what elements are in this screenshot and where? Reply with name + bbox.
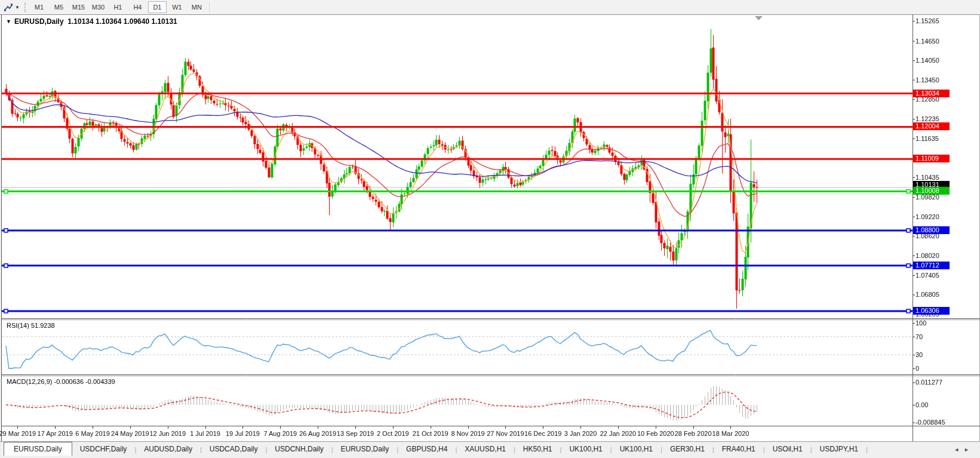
date-tick-label: 24 May 2019 <box>111 430 149 437</box>
chart-tab-eurusd-daily[interactable]: EURUSD,Daily <box>4 442 72 457</box>
chart-ohlc-values: 1.10134 1.10364 1.09640 1.10131 <box>67 17 177 26</box>
price-line-label: 1.07712 <box>913 262 950 269</box>
price-line-label: 1.13034 <box>913 90 950 97</box>
chart-tab-fra40-h1[interactable]: FRA40,H1 <box>714 442 763 456</box>
price-line-label: 1.06306 <box>913 307 950 315</box>
rsi-tick-label: 70 <box>916 333 923 340</box>
chart-tab-ger30-h1[interactable]: GER30,H1 <box>662 442 712 456</box>
chart-canvas[interactable] <box>0 0 980 458</box>
chart-tab-audusd-daily[interactable]: AUDUSD,Daily <box>136 442 200 456</box>
tab-scroll-right-icon[interactable]: ► <box>964 447 974 453</box>
tab-separator: | <box>866 446 868 456</box>
price-tick-label: 1.08020 <box>916 252 939 259</box>
chart-symbol-period: EURUSD,Daily <box>14 17 64 26</box>
chart-title: ▼EURUSD,Daily 1.10134 1.10364 1.09640 1.… <box>6 17 177 26</box>
date-tick-label: 18 Mar 2020 <box>712 430 749 437</box>
date-tick-label: 19 Jul 2019 <box>226 430 260 437</box>
date-tick-label: 17 Apr 2019 <box>38 430 73 437</box>
price-tick-label: 1.09220 <box>916 213 939 220</box>
chart-tab-hk50-h1[interactable]: HK50,H1 <box>515 442 560 456</box>
price-tick-label: 1.10435 <box>916 174 939 181</box>
chart-tab-usdcnh-daily[interactable]: USDCNH,Daily <box>267 442 331 456</box>
price-line-label: 1.08800 <box>913 226 950 234</box>
price-tick-label: 1.06805 <box>916 291 939 298</box>
date-tick-label: 21 Oct 2019 <box>413 430 448 437</box>
price-tick-label: 1.13450 <box>916 76 939 84</box>
tab-scroll-left-icon[interactable]: ◄ <box>954 447 964 453</box>
rsi-tick-label: 100 <box>916 319 926 327</box>
macd-tick-label: -0.008845 <box>916 419 945 426</box>
price-tick-label: 1.12235 <box>916 115 939 122</box>
chart-tab-gbpusd-h4[interactable]: GBPUSD,H4 <box>398 442 455 456</box>
date-tick-label: 7 Aug 2019 <box>263 430 297 437</box>
chart-tab-usdchf-daily[interactable]: USDCHF,Daily <box>72 442 135 456</box>
date-tick-label: 22 Jan 2020 <box>600 430 637 437</box>
rsi-tick-label: 0 <box>916 365 919 372</box>
chart-tab-bar: EURUSD,DailyUSDCHF,Daily|AUDUSD,Daily|US… <box>0 441 980 456</box>
macd-indicator-label: MACD(12,26,9) -0.000636 -0.004339 <box>7 378 115 385</box>
price-line-label: 1.11009 <box>913 155 950 162</box>
chart-tab-xauusd-h1[interactable]: XAUUSD,H1 <box>457 442 514 456</box>
date-tick-label: 28 Feb 2020 <box>675 430 712 437</box>
status-strip <box>0 456 980 458</box>
date-tick-label: 16 Dec 2019 <box>524 430 561 437</box>
rsi-indicator-label: RSI(14) 51.9238 <box>7 322 55 329</box>
chart-tab-eurusd-daily[interactable]: EURUSD,Daily <box>333 442 397 456</box>
date-tick-label: 2 Oct 2019 <box>377 430 409 437</box>
chart-tab-uk100-h1[interactable]: UK100,H1 <box>612 442 660 456</box>
macd-tick-label: 0.011277 <box>916 379 942 386</box>
date-tick-label: 13 Sep 2019 <box>337 430 374 437</box>
price-line-label: 1.12004 <box>913 122 950 130</box>
price-tick-label: 1.15265 <box>916 17 939 24</box>
date-tick-label: 8 Nov 2019 <box>451 430 484 437</box>
date-tick-label: 29 Mar 2019 <box>0 430 36 437</box>
chart-tab-usoil-h1[interactable]: USOil,H1 <box>765 442 810 456</box>
price-line-label: 1.10008 <box>913 187 950 195</box>
collapse-triangle-icon[interactable]: ▼ <box>6 19 11 24</box>
mt4-window: ▼ M1M5M15M30H1H4D1W1MN ▼EURUSD,Daily 1.1… <box>0 0 980 458</box>
date-tick-label: 12 Jun 2019 <box>149 430 186 437</box>
price-tick-label: 1.11635 <box>916 135 939 142</box>
chart-tab-uk100-h1[interactable]: UK100,H1 <box>561 442 610 456</box>
date-tick-label: 27 Nov 2019 <box>487 430 524 437</box>
chart-tabs: EURUSD,DailyUSDCHF,Daily|AUDUSD,Daily|US… <box>0 442 868 456</box>
price-tick-label: 1.14650 <box>916 38 939 45</box>
date-tick-label: 1 Jul 2019 <box>190 430 220 437</box>
price-tick-label: 1.07405 <box>916 272 939 279</box>
rsi-tick-label: 30 <box>916 351 923 358</box>
chart-tab-usdjpy-h1[interactable]: USDJPY,H1 <box>812 442 866 456</box>
price-tick-label: 1.14050 <box>916 57 939 64</box>
macd-tick-label: 0.00 <box>916 401 928 408</box>
date-tick-label: 26 Aug 2019 <box>299 430 336 437</box>
tab-scroll-arrows: ◄► <box>954 447 974 453</box>
date-tick-label: 10 Feb 2020 <box>637 430 674 437</box>
date-tick-label: 3 Jan 2020 <box>564 430 597 437</box>
date-tick-label: 6 May 2019 <box>75 430 109 437</box>
chart-tab-usdcad-daily[interactable]: USDCAD,Daily <box>202 442 266 456</box>
